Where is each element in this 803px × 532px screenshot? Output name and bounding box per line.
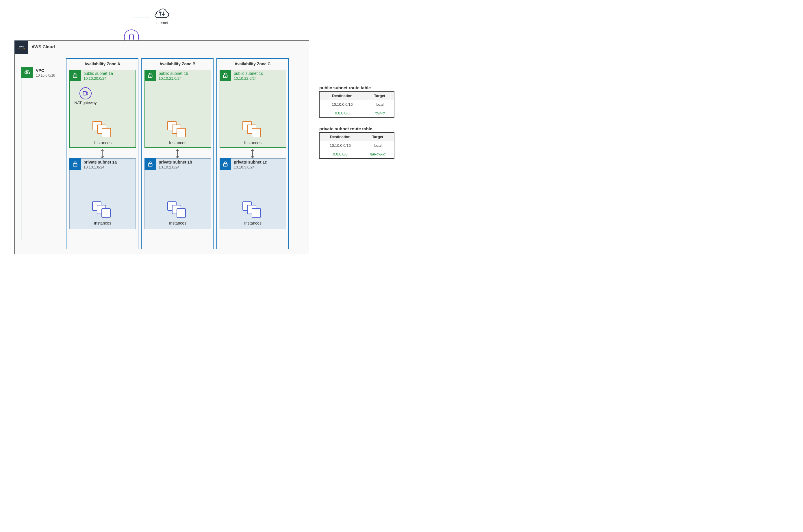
svg-rect-4 — [83, 92, 87, 95]
table-row: 10.10.0.0/16 local — [320, 141, 395, 150]
public-subnet-1a: public subnet 1a 10.10.20.0/24 NAT gatew… — [69, 70, 136, 148]
subnet-connector-arrow — [250, 148, 255, 159]
private-subnet-1c-name: private subnet 1c — [234, 160, 267, 165]
subnet-connector-arrow — [175, 148, 180, 159]
rt-dest: 10.10.0.0/16 — [320, 100, 365, 109]
instances-label: Instances — [220, 140, 286, 145]
vpc-container: VPC 10.10.0.0/16 Availability Zone A pub… — [21, 67, 294, 240]
aws-cloud-container: aws AWS Cloud VPC 10.10.0.0/16 Availabil… — [15, 40, 309, 254]
public-1a-instances: Instances — [81, 121, 125, 145]
private-1c-instances: Instances — [220, 193, 286, 225]
rt-header-destination: Destination — [320, 92, 365, 100]
instances-label: Instances — [70, 221, 135, 225]
diagram-canvas: Internet IGW aws AWS Cloud VPC 10.10.0.0… — [6, 6, 410, 266]
private-subnet-1a: private subnet 1a 10.10.1.0/24 Instances — [69, 158, 136, 229]
vpc-label: VPC — [36, 68, 44, 73]
rt-target: local — [365, 100, 394, 109]
private-subnet-icon — [69, 158, 81, 170]
table-row: 0.0.0.0/0 igw-id — [320, 109, 395, 118]
svg-point-14 — [225, 165, 226, 165]
ec2-instances-icon — [243, 202, 263, 219]
instances-label: Instances — [81, 140, 125, 145]
az-a-label: Availability Zone A — [66, 59, 138, 67]
table-row: 10.10.0.0/16 local — [320, 100, 395, 109]
private-subnet-1a-name: private subnet 1a — [83, 160, 117, 165]
ec2-instances-icon — [92, 202, 113, 219]
private-route-table: Destination Target 10.10.0.0/16 local 0.… — [319, 132, 395, 159]
ec2-instances-icon — [93, 121, 113, 139]
private-subnet-icon — [219, 158, 231, 170]
route-tables-panel: public subnet route table Destination Ta… — [319, 85, 395, 167]
svg-point-10 — [150, 165, 151, 165]
ec2-instances-icon — [243, 121, 263, 139]
svg-point-3 — [75, 76, 76, 77]
public-subnet-1a-cidr: 10.10.20.0/24 — [83, 76, 107, 81]
ec2-instances-icon — [167, 121, 188, 139]
private-1b-instances: Instances — [145, 193, 211, 225]
vpc-cidr: 10.10.0.0/16 — [36, 73, 55, 77]
private-subnet-1b-cidr: 10.10.2.0/24 — [159, 165, 179, 169]
subnet-connector-arrow — [100, 148, 105, 159]
private-route-table-title: private subnet route table — [319, 126, 395, 131]
availability-zone-c: Availability Zone C public subnet 1c 10.… — [216, 58, 289, 249]
public-1b-instances: Instances — [145, 121, 211, 145]
public-subnet-1c-cidr: 10.10.22.0/24 — [234, 76, 257, 81]
rt-target: igw-id — [365, 109, 394, 118]
private-subnet-1c-cidr: 10.10.3.0/24 — [234, 165, 254, 169]
public-subnet-1a-name: public subnet 1a — [83, 71, 113, 76]
internet-cloud-icon — [154, 16, 170, 20]
rt-dest: 0.0.0.0/0 — [320, 109, 365, 118]
public-subnet-1c-name: public subnet 1c — [234, 71, 263, 76]
nat-gateway-icon — [79, 87, 92, 99]
private-subnet-1b: private subnet 1b 10.10.2.0/24 Instances — [145, 158, 211, 229]
svg-text:aws: aws — [19, 45, 24, 48]
ec2-instances-icon — [167, 202, 188, 219]
rt-header-target: Target — [365, 92, 394, 100]
az-b-label: Availability Zone B — [141, 59, 213, 67]
rt-dest: 10.10.0.0/16 — [320, 141, 361, 150]
rt-dest: 0.0.0.0/0 — [320, 150, 361, 159]
svg-point-12 — [225, 76, 226, 77]
internet-block: Internet — [149, 8, 175, 25]
private-1a-instances: Instances — [70, 193, 135, 225]
rt-target: local — [361, 141, 395, 150]
rt-header-target: Target — [361, 133, 395, 141]
instances-label: Instances — [145, 221, 211, 225]
nat-gateway-label: NAT gateway — [74, 100, 97, 105]
public-subnet-icon — [219, 70, 231, 81]
public-route-table-title: public subnet route table — [319, 85, 395, 90]
private-subnet-1c: private subnet 1c 10.10.3.0/24 Instances — [219, 158, 286, 229]
vpc-icon — [21, 67, 33, 78]
table-row: 0.0.0.0/0 nat-gw-id — [320, 150, 395, 159]
public-1c-instances: Instances — [220, 121, 286, 145]
public-subnet-icon — [145, 70, 156, 81]
public-subnet-icon — [69, 70, 81, 81]
rt-header-destination: Destination — [320, 133, 361, 141]
public-subnet-1b-cidr: 10.10.21.0/24 — [159, 76, 182, 81]
public-route-table: Destination Target 10.10.0.0/16 local 0.… — [319, 91, 395, 118]
aws-cloud-label: AWS Cloud — [32, 44, 55, 49]
private-subnet-1b-name: private subnet 1b — [159, 160, 192, 165]
internet-label: Internet — [149, 20, 175, 25]
public-subnet-1c: public subnet 1c 10.10.22.0/24 Instances — [219, 70, 286, 148]
svg-point-6 — [75, 165, 76, 165]
private-subnet-icon — [145, 158, 156, 170]
aws-logo-badge: aws — [15, 40, 28, 54]
instances-label: Instances — [220, 221, 286, 225]
public-subnet-1b: public subnet 1b 10.10.21.0/24 Instances — [145, 70, 211, 148]
az-c-label: Availability Zone C — [217, 59, 288, 67]
instances-label: Instances — [145, 140, 211, 145]
svg-rect-1 — [26, 72, 28, 73]
availability-zone-a: Availability Zone A public subnet 1a 10.… — [66, 58, 138, 249]
availability-zone-b: Availability Zone B public subnet 1b 10.… — [141, 58, 213, 249]
private-subnet-1a-cidr: 10.10.1.0/24 — [83, 165, 104, 169]
svg-point-8 — [150, 76, 151, 77]
rt-target: nat-gw-id — [361, 150, 395, 159]
nat-gateway-block: NAT gateway — [74, 87, 97, 105]
public-subnet-1b-name: public subnet 1b — [159, 71, 188, 76]
